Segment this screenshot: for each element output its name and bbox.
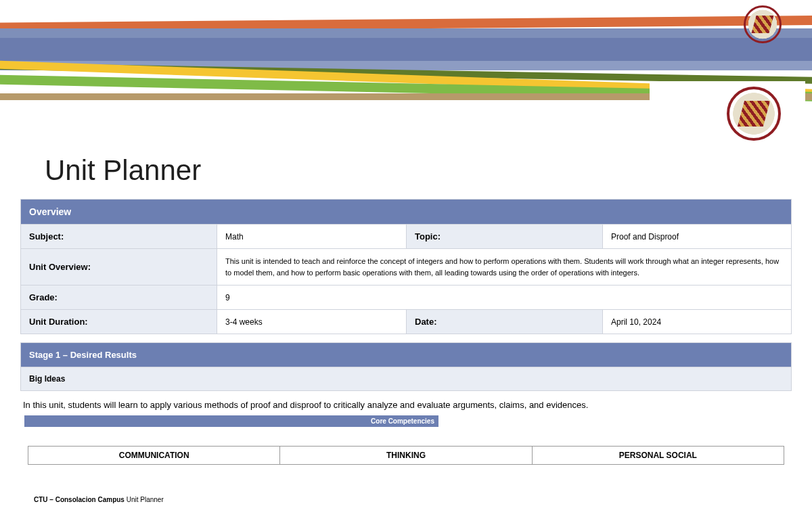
big-ideas-heading: Big Ideas [21,367,792,391]
subject-label: Subject: [21,225,217,249]
school-logo-small [732,4,793,45]
emblem-icon [727,87,781,141]
topic-label: Topic: [407,225,603,249]
band-blue [0,28,812,38]
unit-overview-label: Unit Overview: [21,249,217,286]
competency-thinking: THINKING [280,447,532,465]
competency-personal-social: PERSONAL SOCIAL [532,447,784,465]
core-competencies-heading: Core Competencies [24,415,438,427]
footer-campus: CTU – Consolacion Campus [34,496,125,503]
grade-value: 9 [217,286,792,310]
subject-value: Math [217,225,407,249]
school-logo-large [720,87,788,141]
emblem-icon [744,5,782,43]
footer: CTU – Consolacion Campus Unit Planner [34,496,164,503]
competencies-table: COMMUNICATION THINKING PERSONAL SOCIAL [28,446,784,465]
date-label: Date: [407,310,603,334]
footer-doc: Unit Planner [125,496,164,503]
stage1-heading: Stage 1 – Desired Results [21,343,792,367]
competency-communication: COMMUNICATION [28,447,280,465]
grade-label: Grade: [21,286,217,310]
page-title: Unit Planner [45,154,812,187]
stage1-table: Stage 1 – Desired Results Big Ideas [20,342,792,391]
band-blue [0,38,812,61]
duration-label: Unit Duration: [21,310,217,334]
overview-heading: Overview [21,200,792,225]
big-ideas-text: In this unit, students will learn to app… [20,399,792,411]
date-value: April 10, 2024 [603,310,792,334]
duration-value: 3-4 weeks [217,310,407,334]
topic-value: Proof and Disproof [603,225,792,249]
unit-overview-value: This unit is intended to teach and reinf… [217,249,792,286]
overview-table: Overview Subject: Math Topic: Proof and … [20,199,792,334]
